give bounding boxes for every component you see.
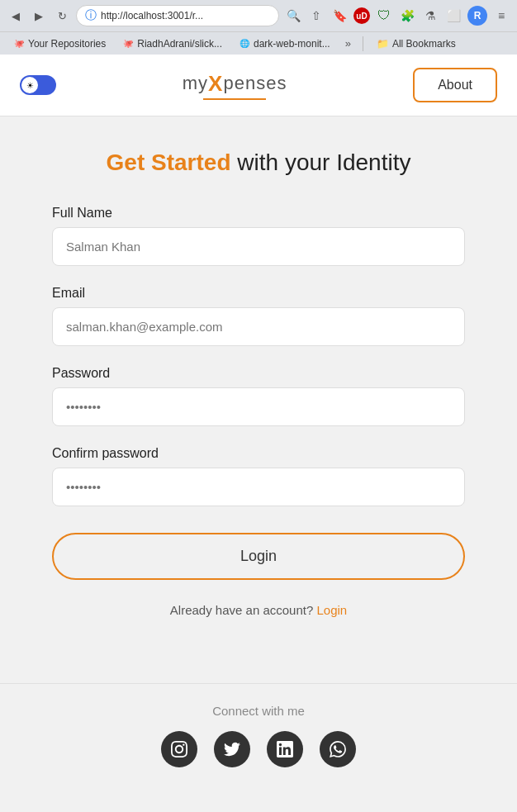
full-name-group: Full Name: [52, 206, 465, 266]
confirm-password-group: Confirm password: [52, 446, 465, 506]
bookmark-dark-web[interactable]: 🌐 dark-web-monit...: [232, 36, 337, 51]
sun-icon: ☀: [26, 81, 34, 90]
registration-form: Full Name Email Password Confirm passwor…: [52, 206, 465, 617]
whatsapp-icon[interactable]: [320, 731, 356, 767]
email-group: Email: [52, 286, 465, 346]
app-wrapper: ☀ my X penses About Get Started with you…: [0, 55, 517, 784]
top-nav: ☀ my X penses About: [0, 55, 517, 116]
logo-wrapper: my X penses: [183, 71, 287, 100]
bookmarks-overflow-button[interactable]: »: [340, 36, 356, 51]
flask-icon[interactable]: ⚗: [421, 7, 439, 25]
toggle-knob: ☀: [21, 77, 38, 93]
menu-icon[interactable]: ≡: [492, 7, 510, 25]
bookmarks-bar: 🐙 Your Repositories 🐙 RiadhAdrani/slick.…: [0, 31, 517, 55]
logo-my: my: [183, 73, 208, 94]
email-input[interactable]: [52, 307, 465, 346]
confirm-password-label: Confirm password: [52, 446, 465, 461]
heading-highlight: Get Started: [107, 150, 231, 175]
instagram-icon[interactable]: [161, 731, 197, 767]
github-favicon: 🐙: [13, 38, 25, 50]
bookmark-label-2: RiadhAdrani/slick...: [137, 38, 222, 50]
reload-button[interactable]: ↻: [53, 7, 71, 25]
email-label: Email: [52, 286, 465, 301]
about-button[interactable]: About: [413, 68, 497, 102]
web-favicon: 🌐: [239, 38, 250, 50]
url-text: http://localhost:3001/r...: [101, 10, 270, 21]
main-content: Get Started with your Identity Full Name…: [0, 116, 517, 650]
footer: Connect with me: [0, 683, 517, 784]
login-button[interactable]: Login: [52, 533, 465, 580]
full-name-input[interactable]: [52, 227, 465, 266]
ublock-icon[interactable]: uD: [353, 7, 370, 24]
bookmark-your-repos[interactable]: 🐙 Your Repositories: [7, 36, 112, 51]
all-bookmarks-label: All Bookmarks: [392, 38, 456, 50]
bookmarks-divider: [363, 36, 363, 51]
profile-icon[interactable]: R: [467, 6, 487, 26]
app-logo: my X penses: [183, 71, 287, 97]
spacer: [0, 650, 517, 683]
toggle-switch[interactable]: ☀: [20, 75, 56, 95]
connect-text: Connect with me: [13, 704, 504, 718]
search-icon[interactable]: 🔍: [284, 7, 302, 25]
info-icon: ⓘ: [85, 8, 97, 23]
toolbar-icons: 🔍 ⇧ 🔖 uD 🛡 🧩 ⚗ ⬜ R ≡: [284, 6, 510, 26]
bookmark-icon[interactable]: 🔖: [330, 7, 349, 25]
github-favicon-2: 🐙: [122, 38, 134, 50]
already-account-text: Already have an account? Login: [52, 603, 465, 617]
bookmark-label: Your Repositories: [28, 38, 106, 50]
password-label: Password: [52, 366, 465, 381]
logo-x: X: [208, 71, 223, 97]
logo-underline: [203, 98, 266, 100]
puzzle-icon[interactable]: 🧩: [398, 7, 416, 25]
theme-toggle[interactable]: ☀: [20, 75, 56, 95]
folder-icon: 📁: [377, 38, 389, 50]
login-link[interactable]: Login: [316, 603, 347, 617]
password-input[interactable]: [52, 387, 465, 426]
page-heading: Get Started with your Identity: [107, 150, 411, 176]
bookmark-riadh[interactable]: 🐙 RiadhAdrani/slick...: [116, 36, 229, 51]
social-icons: [13, 731, 504, 767]
share-icon[interactable]: ⇧: [307, 7, 325, 25]
shield-icon[interactable]: 🛡: [375, 7, 393, 25]
logo-penses: penses: [223, 73, 287, 94]
browser-toolbar: ◀ ▶ ↻ ⓘ http://localhost:3001/r... 🔍 ⇧ 🔖…: [0, 0, 517, 31]
back-button[interactable]: ◀: [7, 7, 25, 25]
password-group: Password: [52, 366, 465, 426]
address-bar[interactable]: ⓘ http://localhost:3001/r...: [76, 5, 279, 26]
window-icon[interactable]: ⬜: [444, 7, 462, 25]
bookmark-label-3: dark-web-monit...: [254, 38, 330, 50]
linkedin-icon[interactable]: [267, 731, 303, 767]
all-bookmarks-button[interactable]: 📁 All Bookmarks: [370, 36, 462, 51]
twitter-icon[interactable]: [214, 731, 250, 767]
browser-chrome: ◀ ▶ ↻ ⓘ http://localhost:3001/r... 🔍 ⇧ 🔖…: [0, 0, 517, 55]
confirm-password-input[interactable]: [52, 468, 465, 506]
forward-button[interactable]: ▶: [30, 7, 48, 25]
heading-rest: with your Identity: [231, 150, 411, 175]
full-name-label: Full Name: [52, 206, 465, 221]
already-account-label: Already have an account?: [170, 603, 313, 617]
